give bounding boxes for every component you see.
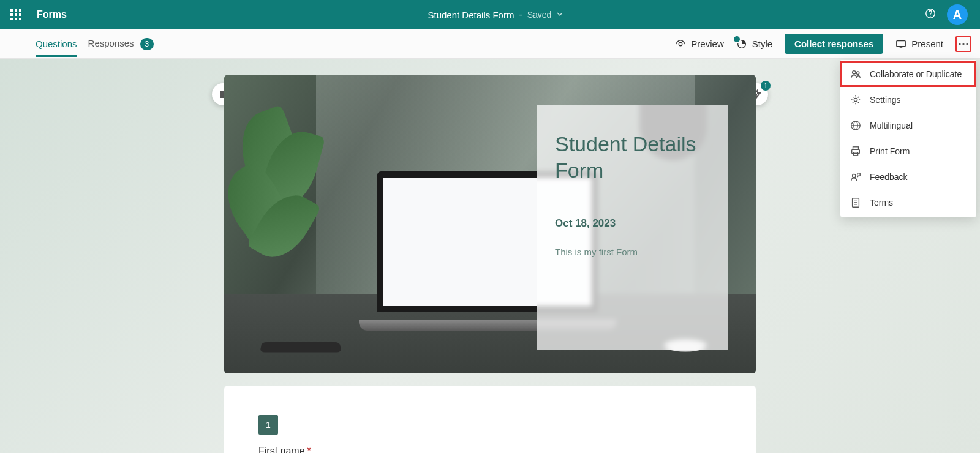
document-icon (850, 197, 861, 208)
chevron-down-icon[interactable] (556, 9, 564, 20)
hero-card[interactable]: Student Details Form Oct 18, 2023 This i… (537, 105, 728, 350)
svg-point-16 (966, 43, 968, 45)
svg-point-18 (856, 72, 859, 75)
form-title[interactable]: Student Details Form (428, 10, 514, 20)
menu-collaborate-duplicate[interactable]: Collaborate or Duplicate (840, 61, 976, 87)
svg-rect-1 (15, 9, 17, 12)
svg-rect-27 (221, 91, 222, 97)
svg-rect-0 (10, 9, 13, 12)
suggestions-badge: 1 (761, 81, 771, 91)
menu-label: Feedback (870, 172, 907, 182)
title-separator: - (519, 9, 522, 20)
svg-rect-2 (19, 9, 21, 12)
style-label: Style (752, 39, 772, 49)
svg-point-15 (962, 43, 964, 45)
svg-rect-4 (15, 13, 17, 16)
more-options-button[interactable] (956, 36, 971, 52)
app-name[interactable]: Forms (37, 9, 67, 20)
menu-label: Multilingual (870, 121, 913, 130)
menu-label: Collaborate or Duplicate (870, 69, 962, 79)
menu-label: Print Form (870, 146, 910, 156)
tabs: Questions Responses 3 (36, 31, 154, 58)
svg-rect-7 (15, 18, 17, 20)
question-label: First name* (258, 446, 722, 453)
present-label: Present (911, 39, 943, 49)
svg-point-17 (853, 71, 856, 74)
present-button[interactable]: Present (895, 39, 943, 50)
style-button[interactable]: Style (736, 39, 772, 50)
form-canvas: 1 (224, 75, 756, 453)
hero-description: This is my first Form (555, 247, 709, 257)
svg-rect-8 (19, 18, 21, 20)
hero-image[interactable]: Student Details Form Oct 18, 2023 This i… (224, 75, 756, 373)
menu-multilingual[interactable]: Multilingual (840, 113, 976, 138)
hero-date: Oct 18, 2023 (555, 217, 709, 230)
people-icon (850, 69, 861, 80)
svg-rect-3 (10, 13, 13, 16)
top-bar: Forms Student Details Form - Saved A (0, 0, 980, 29)
menu-terms[interactable]: Terms (840, 190, 976, 215)
avatar-initial: A (953, 8, 962, 22)
tab-questions[interactable]: Questions (36, 31, 77, 56)
globe-icon (850, 120, 861, 131)
menu-feedback[interactable]: Feedback (840, 164, 976, 190)
user-avatar[interactable]: A (947, 4, 968, 25)
preview-label: Preview (691, 39, 723, 49)
svg-point-11 (679, 42, 682, 45)
responses-badge: 3 (140, 38, 154, 50)
hero-title: Student Details Form (555, 131, 709, 183)
command-bar: Questions Responses 3 Preview Style Coll… (0, 29, 980, 59)
tab-label: Responses (88, 38, 134, 48)
help-icon[interactable] (925, 8, 936, 21)
menu-label: Terms (870, 198, 893, 208)
app-launcher-icon[interactable] (6, 5, 26, 24)
tab-responses[interactable]: Responses 3 (88, 31, 154, 58)
style-badge-icon (733, 35, 741, 43)
question-number: 1 (258, 415, 278, 435)
feedback-icon (850, 171, 861, 182)
svg-point-25 (853, 174, 856, 178)
question-text: First name (258, 446, 305, 453)
printer-icon (850, 146, 861, 157)
header-center: Student Details Form - Saved (67, 9, 925, 20)
menu-print-form[interactable]: Print Form (840, 138, 976, 164)
svg-rect-5 (19, 13, 21, 16)
top-right: A (925, 4, 968, 25)
svg-rect-24 (853, 152, 858, 155)
canvas-area: 1 (0, 59, 980, 453)
svg-point-10 (930, 16, 930, 17)
gear-icon (850, 94, 861, 105)
save-status: Saved (527, 10, 552, 20)
question-card[interactable]: 1 First name* (224, 386, 756, 453)
required-mark: * (307, 446, 311, 453)
more-options-menu: Collaborate or Duplicate Settings Multil… (840, 60, 976, 217)
svg-rect-23 (852, 149, 860, 153)
preview-button[interactable]: Preview (675, 39, 723, 50)
menu-settings[interactable]: Settings (840, 87, 976, 113)
collect-responses-button[interactable]: Collect responses (785, 34, 883, 54)
svg-point-19 (854, 98, 857, 101)
command-right: Preview Style Collect responses Present (675, 34, 971, 54)
svg-rect-13 (897, 40, 905, 46)
svg-rect-6 (10, 18, 13, 20)
tab-label: Questions (36, 39, 77, 49)
menu-label: Settings (870, 95, 901, 105)
svg-point-14 (959, 43, 960, 45)
hero-wrap: 1 (224, 75, 756, 373)
